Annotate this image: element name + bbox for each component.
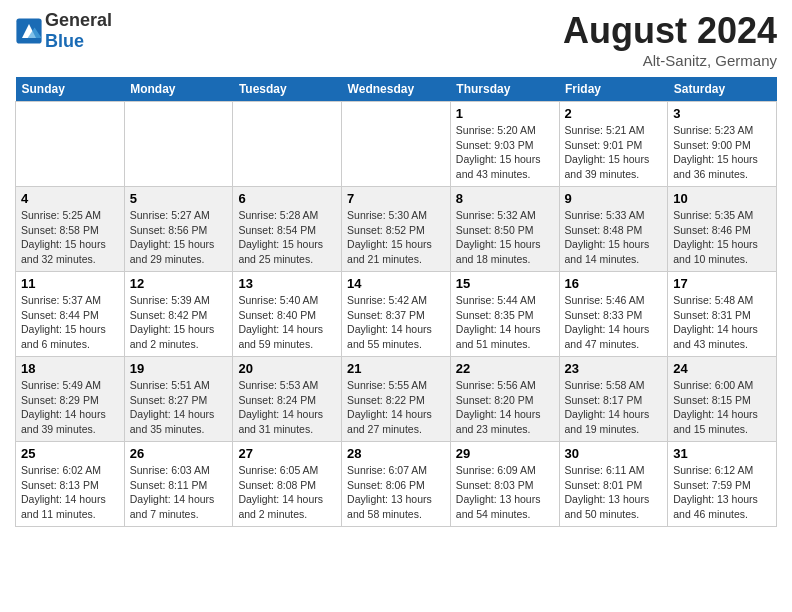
week-row-2: 4Sunrise: 5:25 AM Sunset: 8:58 PM Daylig…	[16, 187, 777, 272]
day-number: 2	[565, 106, 663, 121]
day-number: 26	[130, 446, 228, 461]
table-cell	[233, 102, 342, 187]
month-title: August 2024	[563, 10, 777, 52]
day-info: Sunrise: 6:05 AM Sunset: 8:08 PM Dayligh…	[238, 463, 336, 522]
day-number: 17	[673, 276, 771, 291]
day-info: Sunrise: 5:28 AM Sunset: 8:54 PM Dayligh…	[238, 208, 336, 267]
day-info: Sunrise: 5:58 AM Sunset: 8:17 PM Dayligh…	[565, 378, 663, 437]
day-number: 27	[238, 446, 336, 461]
day-info: Sunrise: 5:32 AM Sunset: 8:50 PM Dayligh…	[456, 208, 554, 267]
page-container: General Blue August 2024 Alt-Sanitz, Ger…	[0, 0, 792, 537]
day-info: Sunrise: 5:35 AM Sunset: 8:46 PM Dayligh…	[673, 208, 771, 267]
day-number: 6	[238, 191, 336, 206]
day-number: 30	[565, 446, 663, 461]
table-cell: 22Sunrise: 5:56 AM Sunset: 8:20 PM Dayli…	[450, 357, 559, 442]
header-row: Sunday Monday Tuesday Wednesday Thursday…	[16, 77, 777, 102]
table-cell: 31Sunrise: 6:12 AM Sunset: 7:59 PM Dayli…	[668, 442, 777, 527]
day-info: Sunrise: 5:56 AM Sunset: 8:20 PM Dayligh…	[456, 378, 554, 437]
day-info: Sunrise: 5:55 AM Sunset: 8:22 PM Dayligh…	[347, 378, 445, 437]
day-number: 5	[130, 191, 228, 206]
week-row-4: 18Sunrise: 5:49 AM Sunset: 8:29 PM Dayli…	[16, 357, 777, 442]
day-number: 28	[347, 446, 445, 461]
table-cell: 12Sunrise: 5:39 AM Sunset: 8:42 PM Dayli…	[124, 272, 233, 357]
day-info: Sunrise: 5:37 AM Sunset: 8:44 PM Dayligh…	[21, 293, 119, 352]
day-number: 12	[130, 276, 228, 291]
title-block: August 2024 Alt-Sanitz, Germany	[563, 10, 777, 69]
day-info: Sunrise: 5:25 AM Sunset: 8:58 PM Dayligh…	[21, 208, 119, 267]
logo-icon	[15, 17, 43, 45]
logo-blue-text: Blue	[45, 31, 112, 52]
table-cell: 14Sunrise: 5:42 AM Sunset: 8:37 PM Dayli…	[342, 272, 451, 357]
header-wednesday: Wednesday	[342, 77, 451, 102]
day-info: Sunrise: 6:12 AM Sunset: 7:59 PM Dayligh…	[673, 463, 771, 522]
day-info: Sunrise: 6:07 AM Sunset: 8:06 PM Dayligh…	[347, 463, 445, 522]
table-cell: 3Sunrise: 5:23 AM Sunset: 9:00 PM Daylig…	[668, 102, 777, 187]
week-row-3: 11Sunrise: 5:37 AM Sunset: 8:44 PM Dayli…	[16, 272, 777, 357]
header-friday: Friday	[559, 77, 668, 102]
table-cell: 15Sunrise: 5:44 AM Sunset: 8:35 PM Dayli…	[450, 272, 559, 357]
table-cell: 20Sunrise: 5:53 AM Sunset: 8:24 PM Dayli…	[233, 357, 342, 442]
day-info: Sunrise: 6:11 AM Sunset: 8:01 PM Dayligh…	[565, 463, 663, 522]
day-number: 8	[456, 191, 554, 206]
logo-text: General Blue	[45, 10, 112, 52]
day-info: Sunrise: 6:09 AM Sunset: 8:03 PM Dayligh…	[456, 463, 554, 522]
day-info: Sunrise: 5:23 AM Sunset: 9:00 PM Dayligh…	[673, 123, 771, 182]
table-cell: 29Sunrise: 6:09 AM Sunset: 8:03 PM Dayli…	[450, 442, 559, 527]
day-number: 16	[565, 276, 663, 291]
week-row-5: 25Sunrise: 6:02 AM Sunset: 8:13 PM Dayli…	[16, 442, 777, 527]
day-info: Sunrise: 5:42 AM Sunset: 8:37 PM Dayligh…	[347, 293, 445, 352]
logo: General Blue	[15, 10, 112, 52]
day-info: Sunrise: 5:40 AM Sunset: 8:40 PM Dayligh…	[238, 293, 336, 352]
table-cell: 8Sunrise: 5:32 AM Sunset: 8:50 PM Daylig…	[450, 187, 559, 272]
table-cell: 25Sunrise: 6:02 AM Sunset: 8:13 PM Dayli…	[16, 442, 125, 527]
table-cell: 10Sunrise: 5:35 AM Sunset: 8:46 PM Dayli…	[668, 187, 777, 272]
header-thursday: Thursday	[450, 77, 559, 102]
table-cell: 6Sunrise: 5:28 AM Sunset: 8:54 PM Daylig…	[233, 187, 342, 272]
day-number: 21	[347, 361, 445, 376]
calendar-table: Sunday Monday Tuesday Wednesday Thursday…	[15, 77, 777, 527]
day-number: 10	[673, 191, 771, 206]
table-cell: 13Sunrise: 5:40 AM Sunset: 8:40 PM Dayli…	[233, 272, 342, 357]
day-info: Sunrise: 5:44 AM Sunset: 8:35 PM Dayligh…	[456, 293, 554, 352]
day-number: 23	[565, 361, 663, 376]
day-number: 22	[456, 361, 554, 376]
day-number: 1	[456, 106, 554, 121]
day-number: 20	[238, 361, 336, 376]
day-number: 3	[673, 106, 771, 121]
day-number: 24	[673, 361, 771, 376]
table-cell	[124, 102, 233, 187]
day-info: Sunrise: 5:20 AM Sunset: 9:03 PM Dayligh…	[456, 123, 554, 182]
table-cell: 23Sunrise: 5:58 AM Sunset: 8:17 PM Dayli…	[559, 357, 668, 442]
table-cell	[342, 102, 451, 187]
day-number: 13	[238, 276, 336, 291]
day-number: 14	[347, 276, 445, 291]
table-cell: 5Sunrise: 5:27 AM Sunset: 8:56 PM Daylig…	[124, 187, 233, 272]
table-cell: 30Sunrise: 6:11 AM Sunset: 8:01 PM Dayli…	[559, 442, 668, 527]
table-cell: 17Sunrise: 5:48 AM Sunset: 8:31 PM Dayli…	[668, 272, 777, 357]
day-number: 19	[130, 361, 228, 376]
day-number: 11	[21, 276, 119, 291]
header-monday: Monday	[124, 77, 233, 102]
table-cell: 16Sunrise: 5:46 AM Sunset: 8:33 PM Dayli…	[559, 272, 668, 357]
day-info: Sunrise: 5:33 AM Sunset: 8:48 PM Dayligh…	[565, 208, 663, 267]
day-info: Sunrise: 6:00 AM Sunset: 8:15 PM Dayligh…	[673, 378, 771, 437]
day-info: Sunrise: 6:02 AM Sunset: 8:13 PM Dayligh…	[21, 463, 119, 522]
header: General Blue August 2024 Alt-Sanitz, Ger…	[15, 10, 777, 69]
table-cell: 24Sunrise: 6:00 AM Sunset: 8:15 PM Dayli…	[668, 357, 777, 442]
day-number: 29	[456, 446, 554, 461]
table-cell: 1Sunrise: 5:20 AM Sunset: 9:03 PM Daylig…	[450, 102, 559, 187]
header-saturday: Saturday	[668, 77, 777, 102]
day-info: Sunrise: 5:48 AM Sunset: 8:31 PM Dayligh…	[673, 293, 771, 352]
header-sunday: Sunday	[16, 77, 125, 102]
table-cell: 27Sunrise: 6:05 AM Sunset: 8:08 PM Dayli…	[233, 442, 342, 527]
table-cell: 7Sunrise: 5:30 AM Sunset: 8:52 PM Daylig…	[342, 187, 451, 272]
header-tuesday: Tuesday	[233, 77, 342, 102]
location: Alt-Sanitz, Germany	[563, 52, 777, 69]
week-row-1: 1Sunrise: 5:20 AM Sunset: 9:03 PM Daylig…	[16, 102, 777, 187]
day-info: Sunrise: 5:49 AM Sunset: 8:29 PM Dayligh…	[21, 378, 119, 437]
day-info: Sunrise: 6:03 AM Sunset: 8:11 PM Dayligh…	[130, 463, 228, 522]
table-cell: 11Sunrise: 5:37 AM Sunset: 8:44 PM Dayli…	[16, 272, 125, 357]
day-info: Sunrise: 5:27 AM Sunset: 8:56 PM Dayligh…	[130, 208, 228, 267]
table-cell: 28Sunrise: 6:07 AM Sunset: 8:06 PM Dayli…	[342, 442, 451, 527]
table-cell: 26Sunrise: 6:03 AM Sunset: 8:11 PM Dayli…	[124, 442, 233, 527]
